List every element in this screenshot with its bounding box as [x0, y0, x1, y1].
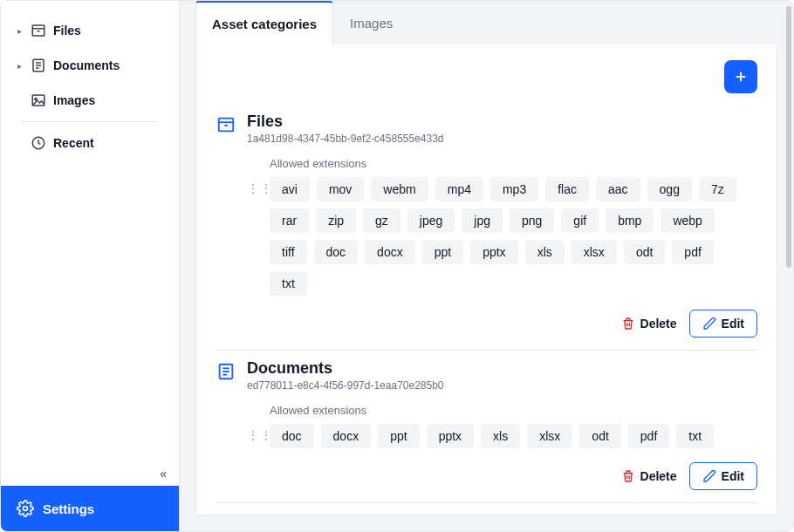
extension-tag: docx — [321, 424, 372, 448]
image-icon — [31, 92, 46, 108]
extension-tag: odt — [579, 424, 620, 448]
extension-tag: flac — [545, 177, 589, 201]
extension-tag: webm — [371, 177, 428, 201]
scrollbar[interactable] — [786, 6, 791, 268]
extension-tag: tiff — [270, 240, 307, 264]
category-body: Files1a481d98-4347-45bb-9ef2-c458555e433… — [247, 113, 757, 338]
delete-button[interactable]: Delete — [621, 469, 677, 483]
extension-tag: xlsx — [527, 424, 572, 448]
list-icon — [31, 58, 46, 73]
categories-list: Files1a481d98-4347-45bb-9ef2-c458555e433… — [216, 104, 757, 503]
app-root: ▸ Files ▸ Documents Images — [0, 0, 794, 532]
extension-tag: pdf — [672, 240, 713, 264]
extension-tag: doc — [270, 424, 314, 448]
edit-label: Edit — [722, 317, 744, 331]
extension-tag: aac — [596, 177, 640, 201]
pencil-icon — [702, 469, 716, 483]
extension-tag: ppt — [378, 424, 419, 448]
edit-button[interactable]: Edit — [689, 462, 757, 490]
allowed-row: ⋮⋮Allowed extensionsdocdocxpptpptxxlsxls… — [247, 404, 757, 448]
drag-handle-icon[interactable]: ⋮⋮ — [247, 157, 259, 296]
extension-tag: mp3 — [490, 177, 538, 201]
panel-actions — [216, 60, 757, 93]
allowed-col: Allowed extensionsdocdocxpptpptxxlsxlsxo… — [270, 404, 757, 448]
extensions-list: avimovwebmmp4mp3flacaacogg7zrarzipgzjpeg… — [270, 177, 757, 296]
sidebar-item-label: Files — [53, 24, 81, 38]
allowed-extensions-label: Allowed extensions — [270, 157, 757, 170]
pencil-icon — [702, 317, 716, 331]
extension-tag: mov — [317, 177, 364, 201]
category-title: Files — [247, 113, 757, 131]
extension-tag: jpg — [462, 208, 503, 233]
extension-tag: png — [510, 208, 554, 233]
edit-label: Edit — [722, 469, 744, 483]
category-title: Documents — [247, 359, 757, 378]
extension-tag: avi — [270, 177, 310, 201]
category-id: ed778011-e8c4-4f56-997d-1eaa70e285b0 — [247, 379, 757, 392]
allowed-col: Allowed extensionsavimovwebmmp4mp3flacaa… — [270, 157, 757, 296]
caret-icon: ▸ — [15, 26, 24, 36]
add-category-button[interactable] — [724, 60, 757, 93]
clock-icon — [31, 135, 46, 151]
sidebar-item-settings[interactable]: Settings — [1, 486, 179, 531]
extension-tag: docx — [365, 240, 415, 264]
panel-asset-categories: Files1a481d98-4347-45bb-9ef2-c458555e433… — [195, 44, 777, 515]
extension-tag: mp4 — [435, 177, 483, 201]
delete-label: Delete — [640, 469, 677, 483]
sidebar-item-files[interactable]: ▸ Files — [8, 13, 175, 48]
tab-asset-categories[interactable]: Asset categories — [195, 1, 333, 44]
drag-handle-icon[interactable]: ⋮⋮ — [247, 404, 259, 448]
category-actions: DeleteEdit — [247, 310, 757, 338]
extension-tag: txt — [270, 271, 307, 296]
allowed-extensions-label: Allowed extensions — [270, 404, 757, 417]
svg-point-8 — [35, 98, 37, 99]
archive-icon — [31, 23, 46, 38]
sidebar: ▸ Files ▸ Documents Images — [1, 1, 180, 531]
extension-tag: xls — [481, 424, 520, 448]
allowed-row: ⋮⋮Allowed extensionsavimovwebmmp4mp3flac… — [247, 157, 757, 296]
category-block: Files1a481d98-4347-45bb-9ef2-c458555e433… — [216, 104, 757, 351]
tabs: Asset categories Images — [180, 1, 793, 44]
tab-images[interactable]: Images — [333, 1, 409, 44]
extension-tag: xlsx — [572, 240, 617, 264]
delete-button[interactable]: Delete — [621, 317, 677, 331]
extension-tag: xls — [525, 240, 565, 264]
sidebar-item-recent[interactable]: Recent — [8, 126, 175, 160]
extension-tag: pdf — [628, 424, 669, 448]
extension-tag: odt — [624, 240, 665, 264]
archive-icon — [216, 114, 236, 135]
gear-icon — [17, 500, 34, 517]
category-actions: DeleteEdit — [247, 462, 757, 490]
extension-tag: ppt — [422, 240, 463, 264]
main-panel: Asset categories Images Files1a481d98-43… — [180, 1, 793, 531]
extension-tag: txt — [676, 424, 714, 448]
tab-label: Images — [350, 16, 393, 31]
edit-button[interactable]: Edit — [689, 310, 757, 338]
extensions-list: docdocxpptpptxxlsxlsxodtpdftxt — [270, 424, 757, 448]
collapse-row: « — [1, 458, 179, 486]
extension-tag: gz — [363, 208, 400, 233]
category-id: 1a481d98-4347-45bb-9ef2-c458555e433d — [247, 133, 757, 145]
extension-tag: jpeg — [407, 208, 455, 233]
extension-tag: 7z — [699, 177, 736, 201]
settings-label: Settings — [43, 501, 94, 516]
extension-tag: ogg — [647, 177, 692, 201]
extension-tag: rar — [270, 208, 309, 233]
extension-tag: gif — [561, 208, 599, 233]
chevron-double-left-icon: « — [160, 467, 167, 481]
svg-point-10 — [24, 507, 28, 511]
category-body: Documentsed778011-e8c4-4f56-997d-1eaa70e… — [247, 359, 757, 490]
sidebar-item-images[interactable]: Images — [8, 83, 175, 118]
extension-tag: pptx — [470, 240, 517, 264]
extension-tag: bmp — [606, 208, 654, 233]
sidebar-tree: ▸ Files ▸ Documents Images — [1, 10, 179, 164]
divider — [20, 121, 158, 122]
sidebar-item-label: Images — [53, 93, 95, 107]
sidebar-item-label: Recent — [53, 136, 94, 150]
extension-tag: pptx — [427, 424, 474, 448]
extension-tag: zip — [316, 208, 356, 233]
sidebar-item-documents[interactable]: ▸ Documents — [8, 48, 175, 83]
spacer — [1, 164, 179, 458]
plus-icon — [733, 69, 749, 85]
collapse-sidebar-button[interactable]: « — [160, 467, 167, 481]
